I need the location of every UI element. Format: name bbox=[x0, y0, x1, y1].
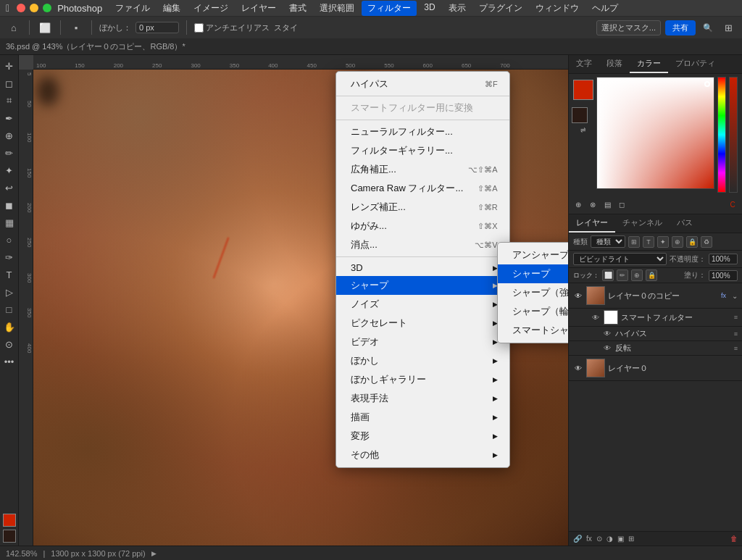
filter-menu-highpass[interactable]: ハイパス ⌘F bbox=[336, 75, 509, 93]
tab-properties[interactable]: プロパティ bbox=[668, 55, 722, 73]
share-button[interactable]: 共有 bbox=[665, 20, 696, 35]
filter-menu-blur[interactable]: ぼかし ▶ bbox=[336, 351, 509, 370]
filter-menu-blur-gallery[interactable]: ぼかしギャラリー ▶ bbox=[336, 370, 509, 389]
filter-menu-other[interactable]: その他 ▶ bbox=[336, 446, 509, 464]
path-select-icon[interactable]: ▷ bbox=[1, 284, 17, 300]
tab-paragraph[interactable]: 段落 bbox=[599, 55, 630, 73]
window-controls[interactable] bbox=[17, 4, 51, 12]
layer-item-layer0[interactable]: 👁 レイヤー０ bbox=[569, 356, 742, 381]
panel-icon-4[interactable]: ◻ bbox=[615, 198, 628, 211]
maximize-button[interactable] bbox=[43, 4, 51, 12]
text-tool-icon[interactable]: T bbox=[1, 267, 17, 283]
blur-input[interactable] bbox=[136, 22, 179, 33]
add-mask-icon[interactable]: ⊙ bbox=[596, 535, 602, 543]
foreground-color-swatch[interactable] bbox=[573, 80, 593, 100]
link-layers-icon[interactable]: 🔗 bbox=[573, 535, 582, 543]
menu-window[interactable]: ウィンドウ bbox=[530, 1, 585, 16]
adjustment-layer-icon[interactable]: ◑ bbox=[606, 535, 613, 543]
sharpen-submenu-sharpen-edges[interactable]: シャープ（輪郭のみ） bbox=[498, 302, 568, 321]
background-color-swatch[interactable] bbox=[3, 528, 16, 543]
sharpen-submenu-sharpen[interactable]: シャープ bbox=[498, 264, 568, 283]
layer-visibility-copy[interactable]: 👁 bbox=[573, 291, 583, 301]
eraser-tool-icon[interactable]: ◼ bbox=[1, 197, 17, 213]
close-button[interactable] bbox=[17, 4, 25, 12]
tab-color[interactable]: カラー bbox=[630, 55, 668, 73]
filter-menu-noise[interactable]: ノイズ ▶ bbox=[336, 295, 509, 314]
layer-visibility-invert[interactable]: 👁 bbox=[602, 343, 612, 354]
filter-menu-lens-correct[interactable]: レンズ補正... ⇧⌘R bbox=[336, 198, 509, 217]
fill-icon[interactable]: ▪ bbox=[68, 20, 84, 35]
menu-help[interactable]: ヘルプ bbox=[586, 1, 624, 16]
pen-tool-icon[interactable]: ✑ bbox=[1, 249, 17, 265]
move-tool-icon[interactable]: ✛ bbox=[1, 58, 17, 74]
delete-layer-icon[interactable]: 🗑 bbox=[730, 535, 738, 543]
filter-menu-render[interactable]: 描画 ▶ bbox=[336, 408, 509, 427]
layer-icon-btn-4[interactable]: ⊕ bbox=[672, 236, 683, 248]
background-color-swatch[interactable] bbox=[572, 107, 588, 123]
layer-icon-btn-5[interactable]: 🔒 bbox=[686, 236, 698, 248]
menu-image[interactable]: イメージ bbox=[188, 1, 234, 16]
filter-menu-sharpen[interactable]: シャープ ▶ bbox=[336, 276, 509, 295]
filter-menu-distort[interactable]: 変形 ▶ bbox=[336, 427, 509, 446]
panel-icon-3[interactable]: ▤ bbox=[601, 198, 614, 211]
opacity-slider[interactable] bbox=[729, 77, 738, 193]
minimize-button[interactable] bbox=[30, 4, 38, 12]
layer-icon-btn-3[interactable]: ✦ bbox=[657, 236, 669, 248]
panel-icon-1[interactable]: ⊕ bbox=[572, 198, 585, 211]
sharpen-submenu-unsharp[interactable]: アンシャープマスク... bbox=[498, 246, 568, 264]
tab-paths[interactable]: パス bbox=[670, 214, 700, 233]
highpass-options-icon[interactable]: ≡ bbox=[734, 330, 738, 338]
invert-options-icon[interactable]: ≡ bbox=[734, 345, 738, 352]
lock-icon-3[interactable]: ⊕ bbox=[631, 269, 643, 281]
search-button[interactable]: 🔍 bbox=[700, 20, 716, 35]
filter-menu-adaptive-wide[interactable]: 広角補正... ⌥⇧⌘A bbox=[336, 160, 509, 179]
home-tool-icon[interactable]: ⌂ bbox=[6, 20, 22, 35]
sharpen-submenu-smart-sharpen[interactable]: スマートシャープ... bbox=[498, 321, 568, 340]
lasso-tool-icon[interactable]: ◻ bbox=[1, 75, 17, 91]
layer-sub-invert[interactable]: 👁 反転 ≡ bbox=[569, 341, 742, 356]
menu-3d[interactable]: 3D bbox=[418, 1, 441, 16]
layer-sub-smart-filter[interactable]: 👁 スマートフィルター ≡ bbox=[569, 309, 742, 327]
menu-file[interactable]: ファイル bbox=[109, 1, 156, 16]
tab-channels[interactable]: チャンネル bbox=[615, 214, 670, 233]
layer-expand-icon[interactable]: ⌄ bbox=[732, 292, 738, 300]
filter-menu-vanishing-point[interactable]: 消点... ⌥⌘V bbox=[336, 235, 509, 254]
layer-item-copy[interactable]: 👁 レイヤー０のコピー fx ⌄ bbox=[569, 283, 742, 309]
panel-icon-c[interactable]: C bbox=[726, 198, 739, 211]
hand-tool-icon[interactable]: ✋ bbox=[1, 319, 17, 335]
layer-visibility-highpass[interactable]: 👁 bbox=[602, 329, 612, 339]
selection-mask-button[interactable]: 選択とマスク... bbox=[596, 20, 661, 35]
tab-text[interactable]: 文字 bbox=[569, 55, 599, 73]
filter-menu-3d[interactable]: 3D ▶ bbox=[336, 259, 509, 276]
filter-menu-video[interactable]: ビデオ ▶ bbox=[336, 333, 509, 351]
swap-colors-icon[interactable]: ⇌ bbox=[580, 126, 586, 133]
dodge-tool-icon[interactable]: ○ bbox=[1, 232, 17, 248]
new-group-icon[interactable]: ▣ bbox=[617, 535, 624, 543]
heal-tool-icon[interactable]: ⊕ bbox=[1, 128, 17, 143]
menu-edit[interactable]: 編集 bbox=[157, 1, 186, 16]
menu-plugins[interactable]: プラグイン bbox=[473, 1, 528, 16]
filter-menu-gallery[interactable]: フィルターギャラリー... bbox=[336, 141, 509, 160]
menu-type[interactable]: 書式 bbox=[283, 1, 312, 16]
filter-menu-pixelate[interactable]: ピクセレート ▶ bbox=[336, 314, 509, 333]
crop-tool-icon[interactable]: ⌗ bbox=[1, 93, 17, 109]
blend-mode-select[interactable]: ビビッドライト bbox=[573, 253, 667, 265]
layer-fx-btn[interactable]: fx bbox=[586, 535, 592, 543]
layer-icon-btn-6[interactable]: ♻ bbox=[701, 236, 712, 248]
clone-tool-icon[interactable]: ✦ bbox=[1, 162, 17, 178]
new-layer-icon[interactable]: ⊞ bbox=[628, 535, 634, 543]
tab-layers[interactable]: レイヤー bbox=[569, 214, 615, 233]
opacity-input[interactable] bbox=[709, 254, 738, 264]
sharpen-submenu-sharpen-more[interactable]: シャープ（強） bbox=[498, 283, 568, 302]
menu-select[interactable]: 選択範囲 bbox=[314, 1, 360, 16]
menu-layer[interactable]: レイヤー bbox=[235, 1, 282, 16]
lock-icon-1[interactable]: ⬜ bbox=[602, 269, 614, 281]
menu-view[interactable]: 表示 bbox=[443, 1, 472, 16]
layer-icon-btn-1[interactable]: ⊞ bbox=[628, 236, 640, 248]
eyedropper-tool-icon[interactable]: ✒ bbox=[1, 110, 17, 126]
lock-icon-2[interactable]: ✏ bbox=[617, 269, 628, 281]
panel-icon-2[interactable]: ⊗ bbox=[586, 198, 599, 211]
menu-filter[interactable]: フィルター bbox=[362, 1, 417, 16]
brush-tool-icon[interactable]: ✏ bbox=[1, 145, 17, 161]
layer-visibility-smart[interactable]: 👁 bbox=[591, 312, 601, 322]
